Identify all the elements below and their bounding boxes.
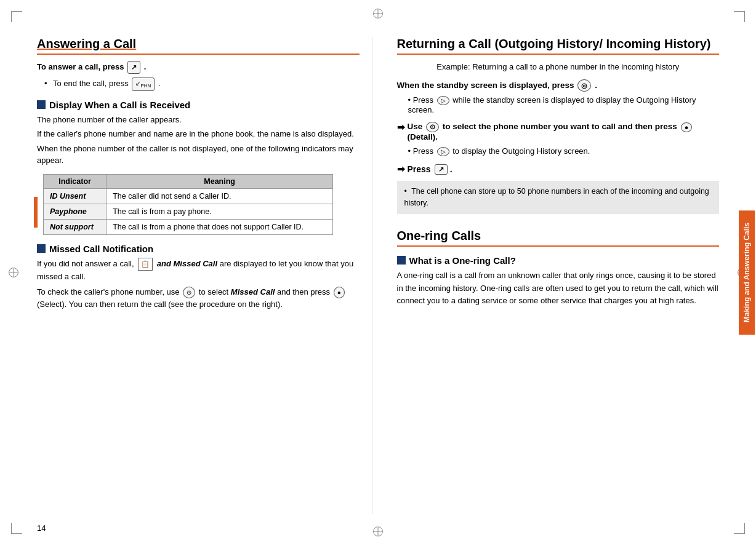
meaning-payphone: The call is from a pay phone.: [107, 204, 333, 219]
cross-bottom: [373, 527, 383, 536]
table-row: Payphone The call is from a pay phone.: [44, 204, 333, 219]
use-step: ➡ Use ⊙ to select the phone number you w…: [397, 122, 720, 141]
use-select-icon: ●: [681, 122, 693, 132]
nav-button-icon: ⊙: [183, 287, 195, 298]
one-ring-sub-heading: What is a One-ring Call?: [397, 255, 720, 266]
use-bullet-icon: ▷: [437, 147, 449, 156]
right-column: Returning a Call (Outgoing History/ Inco…: [391, 37, 720, 514]
one-ring-title: One-ring Calls: [397, 229, 720, 247]
use-bullet: Press ▷ to display the Outgoing History …: [397, 146, 720, 156]
standby-button-icon: ◎: [577, 79, 591, 92]
display-para3: When the phone number of the caller is n…: [37, 143, 360, 167]
press-answer-icon: ↗: [435, 164, 448, 175]
standby-bullet: Press ▷ while the standby screen is disp…: [397, 95, 720, 114]
corner-mark-tl: [11, 11, 22, 22]
returning-title: Returning a Call (Outgoing History/ Inco…: [397, 37, 720, 55]
indicator-table: Indicator Meaning ID Unsent The caller d…: [43, 174, 333, 235]
end-button-icon: ↙PHN: [132, 78, 155, 91]
meaning-id-unsent: The caller did not send a Caller ID.: [107, 188, 333, 204]
intro-text: To answer a call, press ↗ .: [37, 61, 360, 74]
blue-bullet-display: [37, 100, 46, 109]
cross-top: [373, 9, 383, 18]
info-bullet: •: [404, 187, 407, 196]
indicator-payphone: Payphone: [44, 204, 107, 219]
use-step-content: Use ⊙ to select the phone number you wan…: [408, 122, 720, 141]
blue-bullet-one-ring: [397, 256, 406, 265]
missed-para2: To check the caller's phone number, use …: [37, 286, 360, 311]
answer-button-icon: ↗: [127, 61, 140, 74]
indicator-id-unsent: ID Unsent: [44, 188, 107, 204]
info-box: • The cell phone can store up to 50 phon…: [397, 181, 720, 214]
intro-bullets: To end the call, press ↙PHN .: [37, 78, 360, 91]
meaning-not-support: The call is from a phone that does not s…: [107, 219, 333, 234]
sidebar-label: Making and Answering Calls: [739, 210, 755, 335]
example-text: Example: Returning a call to a phone num…: [397, 61, 720, 73]
table-header-meaning: Meaning: [107, 174, 333, 188]
page-number: 14: [37, 523, 46, 533]
table-header-indicator: Indicator: [44, 174, 107, 188]
one-ring-para: A one-ring call is a call from an unknow…: [397, 269, 720, 308]
missed-call-icon: 📋: [138, 258, 153, 271]
standby-heading: When the standby screen is displayed, pr…: [397, 79, 720, 92]
missed-para1: If you did not answer a call, 📋 and Miss…: [37, 258, 360, 282]
use-nav-icon: ⊙: [426, 122, 439, 132]
display-para1: The phone number of the caller appears.: [37, 114, 360, 126]
indicator-not-support: Not support: [44, 219, 107, 234]
standby-bullet-icon: ▷: [437, 96, 449, 105]
blue-bullet-missed: [37, 244, 46, 253]
press-arrow: ➡: [397, 164, 405, 175]
left-column: Answering a Call To answer a call, press…: [37, 37, 372, 514]
missed-section-heading: Missed Call Notification: [37, 244, 360, 254]
table-row: Not support The call is from a phone tha…: [44, 219, 333, 234]
display-para2: If the caller's phone number and name ar…: [37, 128, 360, 140]
display-section-heading: Display When a Call is Received: [37, 100, 360, 110]
select-button-icon: ●: [334, 287, 345, 298]
table-row: ID Unsent The caller did not send a Call…: [44, 188, 333, 204]
end-call-bullet: To end the call, press ↙PHN .: [44, 78, 360, 91]
use-arrow: ➡: [397, 122, 405, 133]
page-content: Answering a Call To answer a call, press…: [37, 37, 719, 514]
press-step: ➡ Press ↗ .: [397, 164, 720, 175]
answering-title: Answering a Call: [37, 37, 360, 55]
corner-mark-bl: [11, 523, 22, 534]
cross-left: [9, 268, 18, 277]
